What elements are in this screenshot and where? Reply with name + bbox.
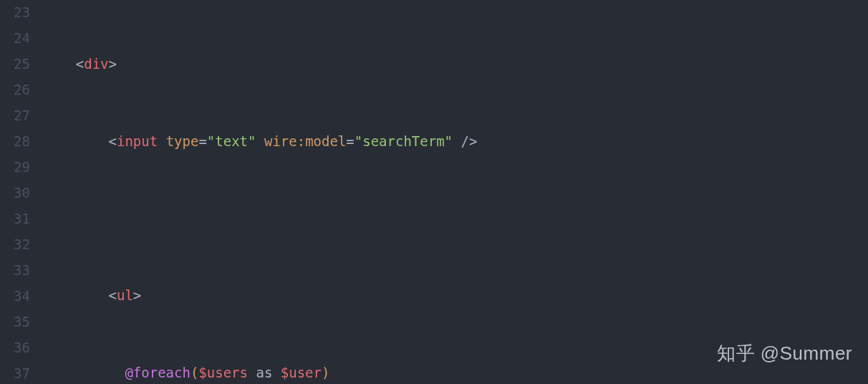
line-number: 27: [0, 103, 30, 129]
line-number: 35: [0, 309, 30, 335]
code-line: [43, 206, 868, 231]
line-number: 28: [0, 129, 30, 155]
code-area[interactable]: <div> <input type="text" wire:model="sea…: [43, 0, 868, 384]
watermark-text: 知乎 @Summer: [717, 336, 852, 371]
line-number: 30: [0, 181, 30, 206]
line-number: 24: [0, 26, 30, 52]
line-number: 26: [0, 77, 30, 103]
code-editor: 23 24 25 26 27 28 29 30 31 32 33 34 35 3…: [0, 0, 868, 384]
line-number-gutter: 23 24 25 26 27 28 29 30 31 32 33 34 35 3…: [0, 0, 43, 384]
line-number: 32: [0, 232, 30, 258]
line-number: 25: [0, 52, 30, 77]
line-number: 37: [0, 361, 30, 384]
line-number: 31: [0, 206, 30, 232]
line-number: 33: [0, 258, 30, 284]
code-line: <ul>: [43, 283, 868, 309]
code-line: <input type="text" wire:model="searchTer…: [43, 129, 868, 155]
line-number: 36: [0, 335, 30, 361]
line-number: 34: [0, 284, 30, 309]
code-line: <div>: [43, 52, 868, 77]
line-number: 29: [0, 155, 30, 181]
line-number: 23: [0, 0, 30, 26]
